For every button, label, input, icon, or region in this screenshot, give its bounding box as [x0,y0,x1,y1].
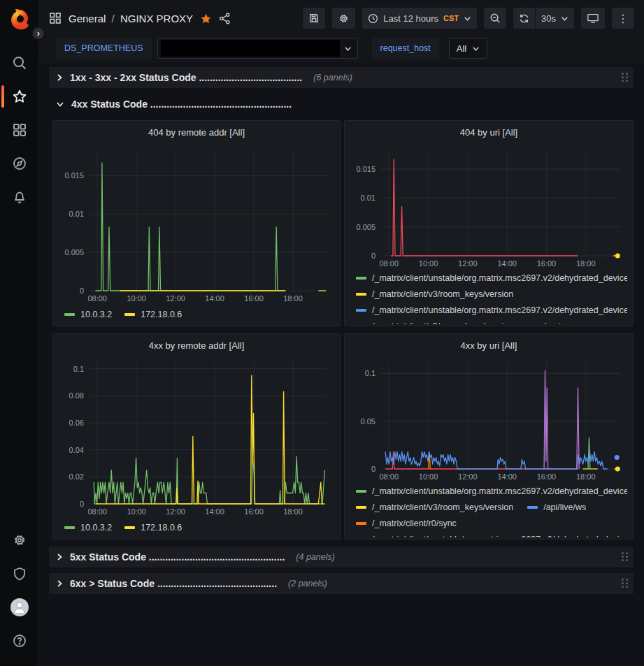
svg-text:12:00: 12:00 [166,507,185,516]
legend-item[interactable]: /_matrix/client/unstable/org.matrix.msc2… [356,302,627,318]
chart-legend: 10.0.3.2172.18.0.6 [59,305,334,324]
tv-mode-button[interactable] [581,8,605,29]
chart-legend: 10.0.3.2172.18.0.6 [59,518,334,537]
sidebar-item-dashboards[interactable] [0,113,38,147]
legend-item[interactable]: /_matrix/client/v3/room_keys/version [356,318,513,324]
variable-label-request-host[interactable]: request_host [372,38,439,59]
grafana-logo-icon[interactable] [9,8,30,31]
sidebar-nav-top [0,46,38,214]
sidebar-item-alerting[interactable] [0,180,38,214]
time-range-label: Last 12 hours [383,13,438,24]
dashboards-grid-icon [12,122,27,138]
timeseries-chart-404-uri[interactable]: 08:0010:0012:0014:0016:0018:0000.0050.01… [350,142,627,270]
time-range-picker[interactable]: Last 12 hours CST [362,8,477,29]
sidebar-item-help[interactable] [0,624,38,658]
row-drag-handle-icon[interactable] [622,579,628,588]
svg-text:16:00: 16:00 [244,294,264,303]
favorite-star-icon[interactable] [200,13,212,24]
svg-text:18:00: 18:00 [576,259,596,268]
dashboard-settings-button[interactable] [332,8,355,29]
legend-item[interactable]: /_matrix/client/r0/sync [356,515,457,531]
variable-label-ds-prometheus[interactable]: DS_PROMETHEUS [56,38,152,59]
sidebar-nav-bottom [0,523,38,658]
panel-title[interactable]: 4xx by uri [All] [350,338,627,355]
legend-item[interactable]: /_matrix/client/unstable/org.matrix.msc2… [356,270,627,286]
star-outline-icon [12,89,27,104]
svg-text:10:00: 10:00 [127,294,146,303]
svg-text:0.02: 0.02 [69,472,84,481]
breadcrumb[interactable]: General / NGINX PROXY [69,13,193,24]
svg-text:0.08: 0.08 [69,391,84,400]
sidebar-item-explore[interactable] [0,147,38,180]
legend-item[interactable]: /sw.js [527,318,565,324]
legend-swatch-icon [356,506,366,509]
refresh-interval-picker[interactable]: 30s [536,8,574,29]
legend-label: /_matrix/client/unstable/org.matrix.msc2… [372,273,627,283]
legend-swatch-icon [124,313,135,316]
sidebar-item-starred[interactable] [0,80,38,113]
legend-item[interactable]: /_matrix/client/unstable/org.matrix.msc2… [356,531,627,537]
legend-item[interactable]: /api/live/ws [527,499,586,515]
row-header-5xx[interactable]: 5xx Status Code ........................… [49,546,634,567]
sidebar-item-profile[interactable] [0,591,38,624]
row-header-4xx[interactable]: 4xx Status Code ........................… [49,94,634,115]
gear-icon [12,533,27,548]
svg-text:08:00: 08:00 [379,472,399,481]
variables-bar: DS_PROMETHEUS request_host All [39,36,644,63]
legend-label: /_matrix/client/unstable/org.matrix.msc2… [372,535,627,538]
svg-text:08:00: 08:00 [87,507,107,516]
legend-swatch-icon [356,490,366,493]
legend-item[interactable]: /_matrix/client/v3/room_keys/version [356,286,513,302]
svg-text:10:00: 10:00 [127,507,146,516]
chevron-right-icon [56,553,63,561]
sidebar-item-configuration[interactable] [0,523,38,557]
row-title-dots: ........................................… [150,99,292,110]
legend-item[interactable]: /_matrix/client/v3/room_keys/version [356,499,513,515]
share-icon[interactable] [219,13,231,24]
sidebar-expand-button[interactable]: › [31,26,46,41]
refresh-interval-label: 30s [541,13,556,24]
row-title: 4xx Status Code [71,99,148,110]
top-navbar: General / NGINX PROXY Last 12 h [39,0,644,36]
breadcrumb-section[interactable]: General [69,13,106,24]
sidebar [0,0,39,666]
dashboard-apps-icon[interactable] [49,12,62,24]
refresh-button[interactable] [513,8,536,29]
row-header-6xx[interactable]: 6xx > Status Code ......................… [49,573,634,594]
row-drag-handle-icon[interactable] [622,552,628,562]
chevron-right-icon [56,579,63,588]
save-dashboard-button[interactable] [303,8,325,29]
panels-grid: 404 by remote addr [All] 08:0010:0012:00… [52,120,634,540]
panel-404-by-uri: 404 by uri [All] 08:0010:0012:0014:0016:… [344,120,634,326]
panel-title[interactable]: 404 by remote addr [All] [59,125,334,142]
panel-title[interactable]: 4xx by remote addr [All] [59,338,334,355]
row-title-dots: ...................................... [199,72,302,83]
row-header-1xx-3xx-2xx[interactable]: 1xx - 3xx - 2xx Status Code ............… [49,67,634,88]
svg-text:08:00: 08:00 [379,259,399,268]
sidebar-item-server-admin[interactable] [0,557,38,591]
panel-4xx-by-uri: 4xx by uri [All] 08:0010:0012:0014:0016:… [344,333,634,540]
svg-text:0.005: 0.005 [356,223,375,231]
panel-title[interactable]: 404 by uri [All] [350,125,627,142]
legend-item[interactable]: 10.0.3.2 [64,520,112,536]
variable-ds-prometheus-select[interactable] [157,38,358,59]
chart-legend: /_matrix/client/unstable/org.matrix.msc2… [350,270,627,324]
legend-item[interactable]: 10.0.3.2 [64,307,112,323]
variable-request-host-select[interactable]: All [449,38,487,59]
legend-label: /_matrix/client/r0/sync [372,519,457,528]
svg-text:0: 0 [80,500,84,508]
timeseries-chart-404-remote-addr[interactable]: 08:0010:0012:0014:0016:0018:0000.0050.01… [59,142,334,305]
legend-label: /_matrix/client/v3/room_keys/version [372,502,513,512]
more-menu-button[interactable]: ⋮ [612,8,634,29]
timeseries-chart-4xx-uri[interactable]: 08:0010:0012:0014:0016:0018:0000.050.1 [350,355,627,483]
avatar [10,598,29,616]
legend-item[interactable]: 172.18.0.6 [124,520,182,536]
chevron-down-icon [472,45,480,52]
legend-item[interactable]: 172.18.0.6 [124,307,182,323]
timeseries-chart-4xx-remote-addr[interactable]: 08:0010:0012:0014:0016:0018:0000.020.040… [59,355,334,518]
legend-item[interactable]: /_matrix/client/unstable/org.matrix.msc2… [356,483,627,499]
row-drag-handle-icon[interactable] [622,73,628,82]
zoom-out-button[interactable] [484,8,506,29]
question-circle-icon [12,633,27,649]
sidebar-item-search[interactable] [0,46,38,80]
